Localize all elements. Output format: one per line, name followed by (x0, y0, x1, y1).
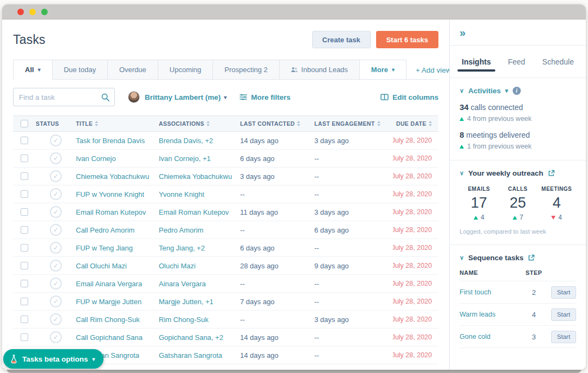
create-task-button[interactable]: Create task (312, 31, 371, 48)
sequence-name-link[interactable]: First touch (460, 288, 522, 296)
status-check-icon[interactable]: ✓ (50, 331, 62, 343)
sort-arrows-icon[interactable] (429, 121, 432, 126)
task-title-link[interactable]: FUP w Teng Jiang (76, 244, 133, 252)
row-checkbox[interactable] (21, 244, 28, 252)
row-checkbox[interactable] (21, 280, 28, 287)
task-title-link[interactable]: Call Rim Chong-Suk (76, 316, 140, 324)
tab-more[interactable]: More▾ (359, 60, 406, 80)
row-checkbox[interactable] (21, 262, 28, 269)
sort-arrows-icon[interactable] (206, 121, 210, 126)
column-header-due-date[interactable]: DUE DATE (393, 120, 438, 127)
sequence-name-link[interactable]: Gone cold (460, 333, 522, 340)
task-title-link[interactable]: Chiemeka Yobachukwu (76, 172, 149, 181)
row-checkbox[interactable] (21, 172, 28, 180)
status-check-icon[interactable]: ✓ (50, 152, 62, 164)
search-input[interactable] (13, 88, 115, 106)
window-minimize-button[interactable] (29, 9, 36, 15)
sequence-step-value: 4 (522, 311, 546, 319)
sequence-start-button[interactable]: Start (551, 286, 576, 299)
row-checkbox[interactable] (21, 155, 28, 162)
association-link[interactable]: Oluchi Mazi (159, 262, 196, 270)
sidebar-tab-feed[interactable]: Feed (508, 48, 525, 76)
sidebar-tab-schedule[interactable]: Schedule (542, 48, 574, 76)
sidebar-tab-insights[interactable]: Insights (462, 48, 491, 76)
sequence-row: First touch2Start (460, 281, 576, 304)
status-check-icon[interactable]: ✓ (50, 134, 62, 146)
window-zoom-button[interactable] (41, 9, 48, 15)
task-title-link[interactable]: Task for Brenda Davis (76, 137, 145, 145)
sequence-start-button[interactable]: Start (551, 331, 576, 343)
external-link-icon[interactable] (548, 170, 555, 177)
association-link[interactable]: Teng Jiang, +2 (159, 244, 205, 252)
tab-all[interactable]: All▾ (13, 60, 53, 80)
column-header-title[interactable]: TITLE (76, 120, 159, 127)
column-header-last-engagement[interactable]: LAST ENGAGEMENT (314, 120, 393, 127)
association-link[interactable]: Gopichand Sana, +2 (159, 333, 223, 342)
association-link[interactable]: Brenda Davis, +2 (159, 137, 213, 145)
tab-upcoming[interactable]: Upcoming (158, 60, 214, 80)
select-all-checkbox[interactable] (21, 120, 28, 127)
status-check-icon[interactable]: ✓ (50, 260, 62, 272)
trend-down-icon (551, 216, 555, 220)
association-link[interactable]: Chiemeka Yobachukwu (159, 172, 232, 181)
status-check-icon[interactable]: ✓ (50, 170, 62, 182)
task-title-link[interactable]: Email Ainara Vergara (76, 280, 142, 288)
tab-inbound-leads[interactable]: Inbound Leads (279, 60, 360, 80)
sequence-tasks-header[interactable]: ∨ Sequence tasks (460, 254, 576, 262)
association-link[interactable]: Ainara Vergara (159, 280, 206, 288)
status-check-icon[interactable]: ✓ (50, 206, 62, 218)
row-checkbox[interactable] (21, 298, 28, 305)
row-checkbox[interactable] (21, 190, 28, 198)
association-link[interactable]: Gatsharan Sangrota (159, 351, 222, 359)
status-check-icon[interactable]: ✓ (50, 242, 62, 254)
start-tasks-button[interactable]: Start 6 tasks (376, 31, 438, 48)
task-title-link[interactable]: FUP w Margje Jutten (76, 298, 141, 306)
row-checkbox[interactable] (21, 137, 28, 144)
task-title-link[interactable]: FUP w Yvonne Knight (76, 190, 144, 198)
row-checkbox[interactable] (21, 316, 28, 323)
sequence-name-link[interactable]: Warm leads (460, 311, 522, 318)
association-link[interactable]: Ivan Cornejo, +1 (159, 155, 211, 163)
task-title-link[interactable]: Ivan Cornejo (76, 155, 116, 163)
sort-arrows-icon[interactable] (297, 121, 300, 126)
external-link-icon[interactable] (528, 254, 535, 261)
status-check-icon[interactable]: ✓ (50, 313, 62, 325)
sequence-start-button[interactable]: Start (551, 308, 576, 321)
column-header-last-contacted[interactable]: LAST CONTACTED (240, 120, 314, 127)
tab-label: More (371, 66, 388, 74)
window-close-button[interactable] (17, 9, 24, 15)
status-check-icon[interactable]: ✓ (50, 278, 62, 290)
association-link[interactable]: Pedro Amorim (159, 226, 203, 234)
status-check-icon[interactable]: ✓ (50, 188, 62, 200)
edit-columns-button[interactable]: Edit columns (380, 93, 438, 101)
row-checkbox[interactable] (21, 208, 28, 216)
status-check-icon[interactable]: ✓ (50, 224, 62, 236)
collapse-sidebar-icon[interactable]: » (460, 27, 466, 38)
weekly-outreach-header[interactable]: ∨ Your weekly outreach (460, 169, 576, 177)
tasks-beta-options-button[interactable]: Tasks beta options ▾ (3, 349, 104, 369)
column-header-associations[interactable]: ASSOCIATIONS (159, 120, 240, 127)
trend-up-icon (460, 145, 464, 149)
task-title-link[interactable]: Call Oluchi Mazi (76, 262, 127, 270)
sort-arrows-icon[interactable] (95, 121, 98, 126)
sort-arrows-icon[interactable] (377, 121, 380, 126)
row-checkbox[interactable] (21, 226, 28, 234)
task-title-link[interactable]: Call Pedro Amorim (76, 226, 134, 234)
tab-due-today[interactable]: Due today (52, 60, 108, 80)
activities-title: Activities (468, 87, 501, 95)
task-title-link[interactable]: Call Gopichand Sana (76, 333, 143, 342)
task-title-link[interactable]: Email Roman Kutepov (76, 208, 146, 216)
association-link[interactable]: Email Roman Kutepov (159, 208, 229, 216)
status-check-icon[interactable]: ✓ (50, 295, 62, 307)
activities-section-header[interactable]: ∨ Activities ▾ i (460, 87, 576, 95)
more-filters-button[interactable]: More filters (240, 93, 290, 101)
tab-prospecting-2[interactable]: Prospecting 2 (212, 60, 280, 80)
tab-overdue[interactable]: Overdue (107, 60, 158, 80)
row-checkbox[interactable] (21, 333, 28, 341)
association-link[interactable]: Rim Chong-Suk (159, 316, 209, 324)
owner-filter-dropdown[interactable]: Brittany Lambert (me) ▾ (145, 93, 227, 101)
association-link[interactable]: Yvonne Knight (159, 190, 204, 198)
association-link[interactable]: Margje Jutten, +1 (159, 298, 214, 306)
info-icon[interactable]: i (513, 87, 521, 95)
add-view-button[interactable]: + Add view (416, 66, 449, 74)
